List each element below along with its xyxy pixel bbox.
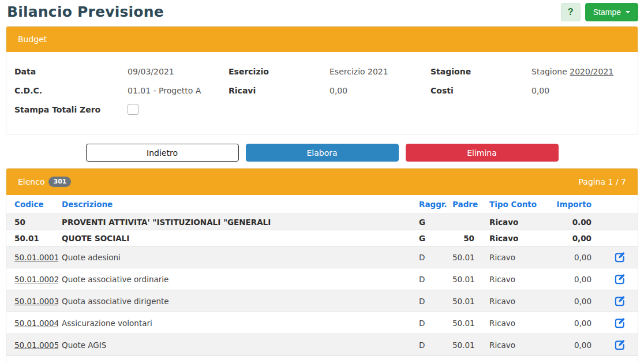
- table-row: 50.01.0003 Quota associative dirigente D…: [6, 290, 638, 312]
- cell-raggr: G: [415, 230, 449, 246]
- costi-value: 0,00: [531, 86, 638, 95]
- cell-raggr: D: [415, 312, 449, 334]
- cell-tipo-conto: Ricavo: [478, 246, 541, 268]
- cell-padre: 50: [449, 230, 478, 246]
- codice-link[interactable]: 50.01.0005: [14, 340, 58, 350]
- stagione-link[interactable]: 2020/2021: [570, 67, 613, 76]
- cell-raggr: D: [415, 268, 449, 290]
- elabora-button[interactable]: Elabora: [246, 144, 399, 162]
- column-header-importo[interactable]: Importo: [541, 195, 602, 214]
- cell-tipo-conto: Ricavo: [478, 312, 541, 334]
- budget-panel: Budget Data 09/03/2021 Esercizio Eserciz…: [6, 26, 638, 134]
- cell-descrizione: Quote associative ordinarie: [58, 268, 415, 290]
- cell-importo: 0.00: [541, 214, 602, 230]
- budget-form: Data 09/03/2021 Esercizio Esercizio 2021…: [6, 52, 638, 134]
- column-header-actions: [602, 195, 638, 214]
- stagione-value-prefix: Stagione: [531, 67, 567, 76]
- accounts-table: Codice Descrizione Raggr. Padre Tipo Con…: [6, 195, 638, 363]
- edit-pencil-icon: [615, 274, 626, 285]
- edit-row-button[interactable]: [615, 339, 626, 350]
- edit-row-button[interactable]: [615, 295, 626, 306]
- table-row: 50 PROVENTI ATTIVITA' "ISTITUZIONALI "GE…: [6, 214, 638, 230]
- cell-descrizione: Quota associative dirigente: [58, 290, 415, 312]
- cell-tipo-conto: Ricavo: [478, 230, 541, 246]
- table-row: 50.01.0002 Quote associative ordinarie D…: [6, 268, 638, 290]
- chevron-down-icon: [626, 11, 630, 13]
- budget-form-row-2: C.D.C. 01.01 - Progetto A Ricavi 0,00 Co…: [6, 84, 638, 97]
- cell-importo: 0,00: [541, 290, 602, 312]
- edit-pencil-icon: [615, 339, 626, 350]
- cell-descrizione: QUOTE SOCIALI: [58, 230, 415, 246]
- cell-tipo-conto: Ricavo: [478, 334, 541, 356]
- cell-codice: 50.01.0001: [6, 246, 58, 268]
- elenco-panel-title: Elenco: [18, 177, 44, 186]
- column-header-descrizione[interactable]: Descrizione: [58, 195, 415, 214]
- record-count-badge: 301: [48, 177, 71, 187]
- column-header-tipo-conto[interactable]: Tipo Conto: [478, 195, 541, 214]
- cell-codice: 50.01: [6, 230, 58, 246]
- edit-pencil-icon: [615, 252, 626, 263]
- cell-raggr: D: [415, 290, 449, 312]
- cell-codice: 50.01.0002: [6, 268, 58, 290]
- stampa-totali-zero-label: Stampa Totali Zero: [14, 105, 128, 114]
- cell-tipo-conto: Ricavo: [478, 290, 541, 312]
- edit-row-button[interactable]: [615, 317, 626, 328]
- page-title: Bilancio Previsione: [7, 3, 164, 20]
- table-row-partial: [6, 356, 638, 363]
- stampe-label: Stampe: [593, 8, 621, 17]
- cell-tipo-conto: Ricavo: [478, 214, 541, 230]
- codice-link[interactable]: 50.01.0001: [14, 253, 58, 262]
- cell-codice: 50.01.0005: [6, 334, 58, 356]
- cell-raggr: D: [415, 246, 449, 268]
- data-value: 09/03/2021: [128, 67, 229, 76]
- cell-importo: 0,00: [541, 334, 602, 356]
- table-row: 50.01 QUOTE SOCIALI G 50 Ricavo 0,00: [6, 230, 638, 246]
- column-header-codice[interactable]: Codice: [6, 195, 58, 214]
- stagione-label: Stagione: [430, 67, 531, 76]
- cdc-label: C.D.C.: [14, 86, 128, 95]
- elimina-button[interactable]: Elimina: [406, 144, 559, 162]
- edit-row-button[interactable]: [615, 252, 626, 263]
- cell-descrizione: Quote adesioni: [58, 246, 415, 268]
- table-row: 50.01.0005 Quote AGIS D 50.01 Ricavo 0,0…: [6, 334, 638, 356]
- cell-raggr: D: [415, 334, 449, 356]
- edit-pencil-icon: [615, 295, 626, 306]
- cell-codice: 50: [6, 214, 58, 230]
- data-label: Data: [14, 67, 128, 76]
- stampe-dropdown-button[interactable]: Stampe: [585, 3, 638, 21]
- cell-padre: 50.01: [449, 268, 478, 290]
- help-button[interactable]: ?: [561, 3, 581, 21]
- cell-codice: 50.01.0003: [6, 290, 58, 312]
- stampa-totali-zero-checkbox[interactable]: [128, 104, 138, 115]
- cell-importo: 0,00: [541, 230, 602, 246]
- cdc-value: 01.01 - Progetto A: [128, 86, 229, 95]
- esercizio-value: Esercizio 2021: [330, 67, 430, 76]
- codice-link[interactable]: 50.01.0002: [14, 275, 58, 284]
- column-header-padre[interactable]: Padre: [449, 195, 478, 214]
- elenco-panel: Elenco 301 Pagina 1 / 7 Codice Descrizio…: [6, 168, 638, 363]
- budget-panel-header: Budget: [6, 27, 638, 52]
- cell-importo: 0,00: [541, 312, 602, 334]
- cell-padre: 50.01: [449, 290, 478, 312]
- topbar-actions: ? Stampe: [561, 3, 638, 21]
- column-header-raggr[interactable]: Raggr.: [415, 195, 449, 214]
- stagione-value: Stagione 2020/2021: [531, 67, 638, 76]
- ricavi-label: Ricavi: [229, 86, 330, 95]
- indietro-button[interactable]: Indietro: [86, 144, 239, 162]
- codice-link[interactable]: 50.01.0003: [14, 297, 58, 306]
- cell-codice: 50.01.0004: [6, 312, 58, 334]
- cell-padre: 50.01: [449, 334, 478, 356]
- actions-row: Indietro Elabora Elimina: [0, 144, 644, 162]
- cell-padre: 50.01: [449, 312, 478, 334]
- cell-padre: 50.01: [449, 246, 478, 268]
- table-row: 50.01.0004 Assicurazione volontari D 50.…: [6, 312, 638, 334]
- budget-form-row-1: Data 09/03/2021 Esercizio Esercizio 2021…: [6, 65, 638, 78]
- codice-link[interactable]: 50.01.0004: [14, 319, 58, 328]
- topbar: Bilancio Previsione ? Stampe: [0, 0, 644, 26]
- edit-row-button[interactable]: [615, 274, 626, 285]
- ricavi-value: 0,00: [330, 86, 430, 95]
- cell-raggr: G: [415, 214, 449, 230]
- esercizio-label: Esercizio: [229, 67, 330, 76]
- budget-form-row-3: Stampa Totali Zero: [6, 103, 638, 117]
- budget-panel-title: Budget: [18, 35, 47, 44]
